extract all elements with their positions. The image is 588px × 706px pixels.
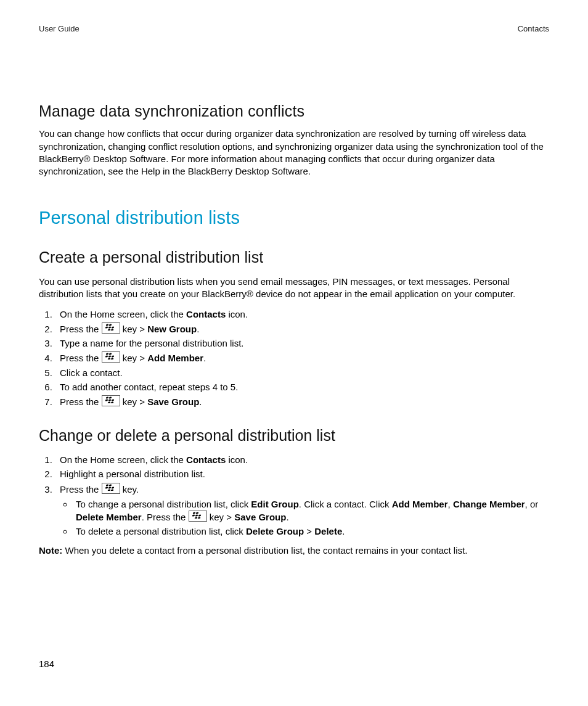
blackberry-menu-key-icon <box>102 351 120 363</box>
svg-point-31 <box>195 514 198 517</box>
page-number: 184 <box>39 658 54 670</box>
text: . <box>286 512 288 522</box>
svg-point-18 <box>111 399 114 401</box>
svg-point-20 <box>110 401 113 403</box>
text: . Click a contact. Click <box>299 499 392 509</box>
header-right: Contacts <box>518 23 549 35</box>
svg-point-33 <box>194 517 197 519</box>
bold-add-member: Add Member <box>147 353 203 363</box>
svg-point-15 <box>108 396 112 399</box>
svg-point-1 <box>108 324 112 326</box>
svg-point-7 <box>105 353 108 355</box>
heading-create-list: Create a personal distribution list <box>39 247 549 268</box>
text: , or <box>525 499 539 509</box>
text: Press the <box>60 484 102 495</box>
sub-bullets: To change a personal distribution list, … <box>60 498 549 538</box>
bold-save-group: Save Group <box>234 512 286 522</box>
svg-point-0 <box>105 324 108 326</box>
text: key > <box>120 396 148 407</box>
svg-point-19 <box>107 401 110 403</box>
svg-point-23 <box>105 486 108 489</box>
text: . <box>203 353 206 363</box>
svg-point-29 <box>195 512 198 514</box>
svg-point-11 <box>111 355 114 358</box>
svg-point-6 <box>110 329 113 330</box>
svg-point-4 <box>111 326 114 329</box>
svg-point-14 <box>105 396 108 399</box>
heading-personal-distribution-lists: Personal distribution lists <box>39 206 549 230</box>
bold-change-member: Change Member <box>453 499 525 509</box>
step-2: Press the key > New Group. <box>55 322 549 335</box>
bullet-change: To change a personal distribution list, … <box>73 498 549 524</box>
step-1: On the Home screen, click the Contacts i… <box>55 454 549 466</box>
page: User Guide Contacts Manage data synchron… <box>0 0 588 706</box>
text: To change a personal distribution list, … <box>76 499 251 509</box>
bold-add-member: Add Member <box>392 499 448 509</box>
svg-point-2 <box>105 326 108 329</box>
step-6: To add another contact, repeat steps 4 t… <box>55 381 549 393</box>
bold-edit-group: Edit Group <box>251 499 299 509</box>
svg-point-3 <box>108 326 111 329</box>
svg-point-17 <box>108 399 111 401</box>
text: . Press the <box>142 512 189 522</box>
blackberry-menu-key-icon <box>102 395 120 406</box>
svg-point-5 <box>107 329 110 330</box>
bold-delete-member: Delete Member <box>76 512 142 522</box>
blackberry-menu-key-icon <box>102 483 120 494</box>
steps-create-list: On the Home screen, click the Contacts i… <box>39 308 549 409</box>
text: On the Home screen, click the <box>60 309 186 319</box>
text: icon. <box>226 454 248 465</box>
text: Press the <box>60 324 102 334</box>
text: To delete a personal distribution list, … <box>76 526 246 536</box>
note: Note: When you delete a contact from a p… <box>39 544 549 557</box>
svg-point-21 <box>105 484 108 486</box>
text: . <box>199 396 202 407</box>
heading-change-delete-list: Change or delete a personal distribution… <box>39 425 549 446</box>
para-create-list-intro: You can use personal distribution lists … <box>39 276 549 301</box>
svg-point-30 <box>192 514 195 517</box>
page-header: User Guide Contacts <box>39 23 549 35</box>
text: Press the <box>60 396 102 407</box>
text: . <box>197 324 199 334</box>
bold-delete: Delete <box>314 526 342 536</box>
step-7: Press the key > Save Group. <box>55 395 549 408</box>
svg-point-9 <box>105 355 108 358</box>
text: icon. <box>226 309 248 319</box>
text: key > <box>207 512 235 522</box>
text: On the Home screen, click the <box>60 454 186 465</box>
svg-point-8 <box>108 353 112 355</box>
svg-point-13 <box>110 358 113 359</box>
step-3: Type a name for the personal distributio… <box>55 337 549 350</box>
blackberry-menu-key-icon <box>102 322 120 334</box>
bold-contacts: Contacts <box>186 454 226 465</box>
heading-manage-conflicts: Manage data synchronization conflicts <box>39 101 549 122</box>
step-2: Highlight a personal distribution list. <box>55 468 549 480</box>
svg-point-34 <box>197 517 200 519</box>
text: key > <box>120 353 148 363</box>
blackberry-menu-key-icon <box>189 511 207 522</box>
note-label: Note: <box>39 545 62 556</box>
svg-point-27 <box>110 489 113 491</box>
svg-point-26 <box>107 489 110 491</box>
svg-point-32 <box>198 514 201 517</box>
text: . <box>342 526 345 536</box>
steps-change-delete-list: On the Home screen, click the Contacts i… <box>39 454 549 538</box>
header-left: User Guide <box>39 23 80 35</box>
svg-point-24 <box>108 486 111 489</box>
bold-new-group: New Group <box>147 324 197 334</box>
svg-point-10 <box>108 355 111 358</box>
bold-contacts: Contacts <box>186 309 226 319</box>
svg-point-28 <box>192 512 195 514</box>
bullet-delete: To delete a personal distribution list, … <box>73 525 549 538</box>
text: , <box>448 499 453 509</box>
text: Press the <box>60 353 102 363</box>
text: key. <box>120 484 139 495</box>
note-body: When you delete a contact from a persona… <box>62 545 467 556</box>
text: > <box>304 526 314 536</box>
text: key > <box>120 324 148 334</box>
bold-save-group: Save Group <box>147 396 199 407</box>
step-4: Press the key > Add Member. <box>55 351 549 364</box>
step-1: On the Home screen, click the Contacts i… <box>55 308 549 321</box>
bold-delete-group: Delete Group <box>246 526 304 536</box>
para-manage-conflicts: You can change how conflicts that occur … <box>39 128 549 178</box>
